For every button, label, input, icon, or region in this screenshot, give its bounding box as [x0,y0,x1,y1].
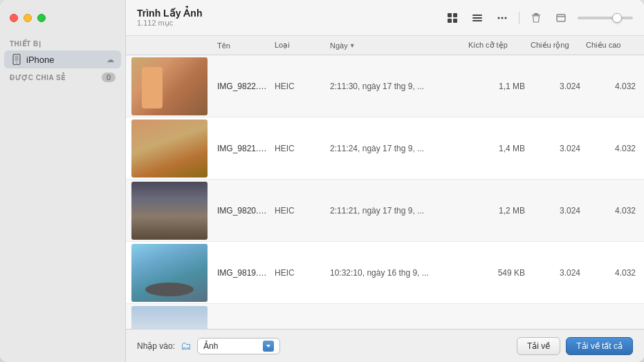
sidebar: THIẾT BỊ iPhone ☁ ĐƯỢC CHIA SẺ 0 [0,0,126,362]
thumbnail [131,306,208,330]
filetype: HEIC [272,144,327,153]
sidebar-item-iphone[interactable]: iPhone ☁ [4,50,121,68]
grid-view-button[interactable] [441,9,463,27]
table-header-row: Tên Loại Ngày ▼ Kích cỡ tệp Chiều rộng C… [126,36,644,55]
col-header-name: Tên [214,41,272,50]
maximize-button[interactable] [37,14,46,22]
close-button[interactable] [10,14,18,22]
svg-rect-1 [15,56,19,61]
svg-rect-3 [448,13,452,17]
titlebar [0,0,125,36]
footer: Nhập vào: 🗂 Ảnh Tải về Tải về tất cả [126,329,644,362]
iphone-icon [11,54,22,65]
svg-rect-9 [472,20,482,21]
devices-section-label: THIẾT BỊ [0,36,125,50]
fileheight: 4.032 [583,82,638,91]
filename: IMG_9820.HEIC [214,206,272,216]
svg-point-10 [498,17,500,19]
svg-point-11 [502,17,504,19]
toolbar-separator [519,12,519,24]
filename: IMG_9821.HEIC [214,144,272,153]
thumbnail [131,120,208,178]
table-row[interactable]: IMG_9822.HEIC HEIC 2:11:30, ngày 17 thg … [126,55,644,117]
col-header-width: Chiều rộng [528,41,583,50]
header: Trình Lấy Ảnh 1.112 mục [126,0,644,36]
table-row[interactable]: IMG_9821.HEIC HEIC 2:11:24, ngày 17 thg … [126,117,644,180]
filewidth: 3.024 [528,82,583,91]
filename: IMG_9819.HEIC [214,268,272,278]
app-window: THIẾT BỊ iPhone ☁ ĐƯỢC CHIA SẺ 0 Trình L… [0,0,644,362]
fileheight: 4.032 [583,268,638,278]
shared-section-label: ĐƯỢC CHIA SẺ [10,74,66,82]
import-folder-dropdown[interactable]: Ảnh [197,338,280,354]
download-button[interactable]: Tải về [517,337,560,355]
svg-rect-6 [453,19,457,23]
import-label: Nhập vào: [137,341,175,351]
zoom-slider[interactable] [578,17,633,19]
filesize: 1,2 MB [466,206,528,216]
col-header-type: Loại [272,41,327,50]
svg-rect-14 [532,15,540,16]
filewidth: 3.024 [528,144,583,153]
filetype: HEIC [272,82,327,91]
thumbnail [131,182,208,240]
zoom-slider-container [578,17,633,19]
table-row[interactable]: IMG_9816.HEIC HEIC 10:32:01, ngày 16 thg… [126,304,644,329]
download-all-button[interactable]: Tải về tất cả [566,337,633,355]
filesize: 1,4 MB [466,144,528,153]
shared-section: ĐƯỢC CHIA SẺ 0 [0,68,125,86]
fileheight: 4.032 [583,206,638,216]
filesize: 549 KB [466,268,528,278]
table-row[interactable]: IMG_9820.HEIC HEIC 2:11:21, ngày 17 thg … [126,180,644,242]
filetype: HEIC [272,206,327,216]
main-content: Trình Lấy Ảnh 1.112 mục [126,0,644,362]
import-folder-label: Ảnh [203,341,259,351]
cloud-icon: ☁ [107,55,114,64]
app-title: Trình Lấy Ảnh [137,8,441,19]
filedate: 2:11:30, ngày 17 thg 9, ... [327,82,466,91]
svg-rect-15 [557,15,565,21]
svg-point-12 [505,17,507,19]
more-options-button[interactable] [491,9,513,27]
filewidth: 3.024 [528,268,583,278]
svg-rect-5 [448,19,452,23]
minimize-button[interactable] [24,14,32,22]
filesize: 1,1 MB [466,82,528,91]
thumbnail [131,244,208,302]
filetype: HEIC [272,268,327,278]
svg-rect-8 [472,17,482,19]
svg-point-2 [16,62,17,64]
iphone-label: iPhone [26,55,102,65]
item-count: 1.112 mục [137,19,441,28]
svg-rect-7 [472,15,482,16]
dropdown-arrow-icon [263,341,274,352]
folder-icon: 🗂 [181,340,192,352]
shared-count-badge: 0 [102,73,116,82]
filedate: 2:11:21, ngày 17 thg 9, ... [327,206,466,216]
svg-rect-13 [534,13,538,15]
filedate: 10:32:10, ngày 16 thg 9, ... [327,268,466,278]
table-row[interactable]: IMG_9819.HEIC HEIC 10:32:10, ngày 16 thg… [126,242,644,304]
filename: IMG_9822.HEIC [214,82,272,91]
sort-arrow-icon: ▼ [349,42,356,49]
col-header-height: Chiều cao [583,41,638,50]
delete-button[interactable] [525,9,547,27]
filedate: 2:11:24, ngày 17 thg 9, ... [327,144,466,153]
col-header-date[interactable]: Ngày ▼ [327,41,466,50]
svg-rect-4 [453,13,457,17]
filewidth: 3.024 [528,206,583,216]
fileheight: 4.032 [583,144,638,153]
toolbar [441,9,633,27]
window-button[interactable] [550,9,572,27]
file-table: Tên Loại Ngày ▼ Kích cỡ tệp Chiều rộng C… [126,36,644,329]
header-titles: Trình Lấy Ảnh 1.112 mục [137,8,441,28]
svg-marker-17 [266,345,270,347]
col-header-size: Kích cỡ tệp [466,41,528,50]
thumbnail [131,57,208,115]
list-view-button[interactable] [466,9,488,27]
